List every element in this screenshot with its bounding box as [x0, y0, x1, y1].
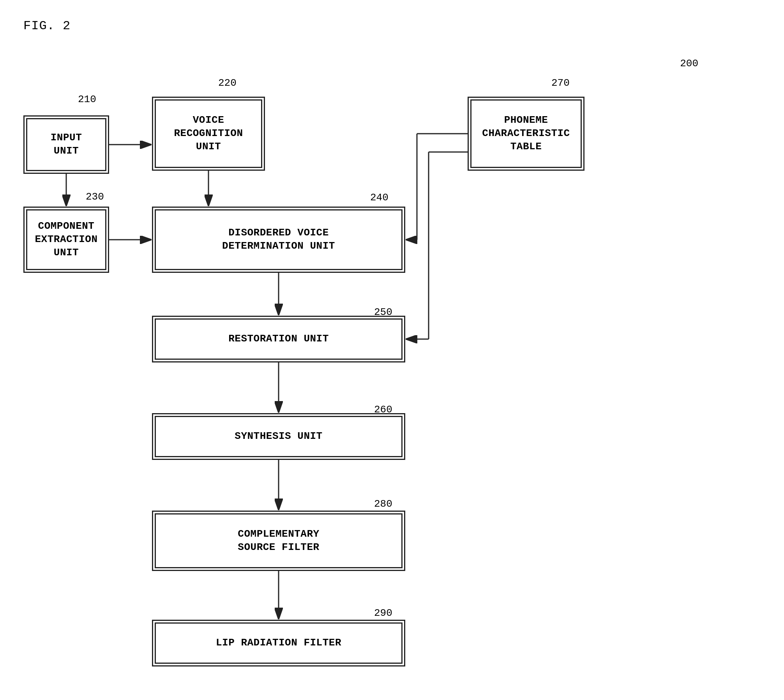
ref-200: 200: [680, 58, 698, 69]
voice-recognition-box: VOICE RECOGNITION UNIT: [152, 97, 265, 171]
complementary-source-box: COMPLEMENTARY SOURCE FILTER: [152, 511, 405, 571]
restoration-box: RESTORATION UNIT: [152, 316, 405, 362]
ref-240: 240: [370, 192, 388, 203]
diagram: FIG. 2 200 INPUT UNIT 210 VOICE RECOGNIT…: [0, 0, 784, 700]
ref-220: 220: [218, 77, 237, 89]
input-unit-box: INPUT UNIT: [23, 115, 109, 174]
ref-230: 230: [86, 191, 104, 203]
fig-label: FIG. 2: [23, 19, 71, 33]
ref-210: 210: [78, 94, 96, 105]
ref-290: 290: [374, 607, 392, 619]
ref-270: 270: [551, 77, 570, 89]
ref-250: 250: [374, 306, 392, 318]
synthesis-box: SYNTHESIS UNIT: [152, 413, 405, 460]
disordered-voice-box: DISORDERED VOICE DETERMINATION UNIT: [152, 207, 405, 273]
ref-260: 260: [374, 404, 392, 415]
lip-radiation-box: LIP RADIATION FILTER: [152, 620, 405, 666]
ref-280: 280: [374, 498, 392, 510]
phoneme-characteristic-box: PHONEME CHARACTERISTIC TABLE: [468, 97, 584, 171]
component-extraction-box: COMPONENT EXTRACTION UNIT: [23, 207, 109, 273]
